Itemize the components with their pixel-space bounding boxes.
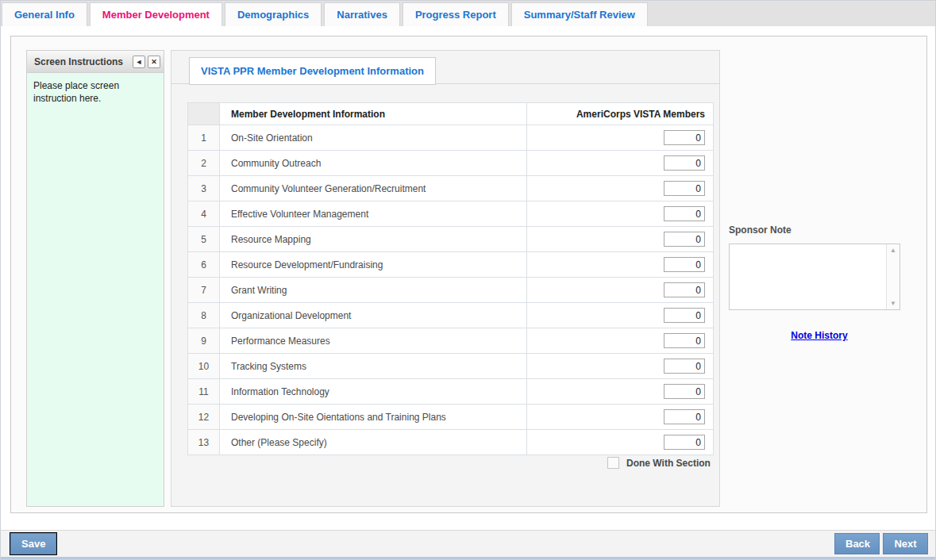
member-count-input[interactable]	[664, 282, 705, 297]
row-label: Other (Please Specify)	[220, 430, 527, 455]
panel-title: VISTA PPR Member Development Information	[189, 57, 436, 85]
tab-summary-staff-review[interactable]: Summary/Staff Review	[511, 2, 648, 26]
row-label: On-Site Orientation	[220, 125, 527, 151]
table-row: 10 Tracking Systems	[188, 354, 714, 379]
next-button[interactable]: Next	[883, 533, 928, 554]
done-with-section-checkbox[interactable]	[607, 457, 619, 469]
table-row: 4 Effective Volunteer Management	[188, 201, 714, 227]
table-header-row: Member Development Information AmeriCorp…	[188, 103, 714, 125]
sponsor-note-label: Sponsor Note	[729, 224, 910, 236]
row-value-cell	[527, 379, 714, 405]
row-number: 4	[188, 201, 220, 227]
member-count-input[interactable]	[664, 232, 705, 247]
application-window: General Info Member Development Demograp…	[0, 0, 936, 560]
row-value-cell	[527, 176, 714, 201]
member-count-input[interactable]	[664, 206, 705, 221]
row-number: 10	[188, 354, 220, 379]
sponsor-note-section: Sponsor Note ▲ ▼ Note History	[729, 219, 910, 341]
row-label: Community Volunteer Generation/Recruitme…	[220, 176, 527, 201]
member-count-input[interactable]	[664, 308, 705, 323]
content-panel: Screen Instructions ◄ ✕ Please place scr…	[10, 36, 927, 513]
table-row: 6 Resource Development/Fundraising	[188, 252, 714, 278]
member-count-input[interactable]	[664, 130, 705, 145]
screen-instructions-panel: Screen Instructions ◄ ✕ Please place scr…	[26, 50, 164, 507]
sponsor-note-textarea[interactable]	[730, 244, 886, 309]
tab-general-info[interactable]: General Info	[2, 2, 87, 26]
screen-instructions-title: Screen Instructions	[34, 56, 130, 67]
member-count-input[interactable]	[664, 359, 705, 374]
note-history-link[interactable]: Note History	[729, 330, 910, 341]
row-label: Community Outreach	[220, 151, 527, 176]
member-count-input[interactable]	[664, 409, 705, 424]
header-index	[188, 103, 220, 125]
textarea-scrollbar[interactable]: ▲ ▼	[886, 244, 899, 309]
row-number: 12	[188, 405, 220, 430]
row-value-cell	[527, 278, 714, 303]
tab-narratives[interactable]: Narratives	[324, 2, 400, 26]
footer-bar: Save Back Next	[1, 531, 935, 558]
member-development-table: Member Development Information AmeriCorp…	[187, 102, 714, 455]
scroll-up-icon[interactable]: ▲	[890, 247, 896, 254]
done-with-section-label: Done With Section	[626, 458, 711, 469]
member-development-panel: VISTA PPR Member Development Information…	[171, 50, 720, 507]
row-number: 7	[188, 278, 220, 303]
done-with-section-row: Done With Section	[607, 457, 711, 469]
row-number: 6	[188, 252, 220, 278]
table-row: 7 Grant Writing	[188, 278, 714, 303]
member-count-input[interactable]	[664, 257, 705, 272]
row-label: Performance Measures	[220, 328, 527, 354]
tab-demographics[interactable]: Demographics	[225, 2, 322, 26]
row-label: Organizational Development	[220, 303, 527, 328]
member-count-input[interactable]	[664, 155, 705, 171]
row-label: Grant Writing	[220, 278, 527, 303]
screen-instructions-text: Please place screen instruction here.	[27, 73, 164, 112]
row-number: 5	[188, 227, 220, 252]
table-row: 8 Organizational Development	[188, 303, 714, 328]
row-number: 8	[188, 303, 220, 328]
row-value-cell	[527, 405, 714, 430]
row-number: 13	[188, 430, 220, 455]
row-label: Effective Volunteer Management	[220, 201, 527, 227]
table-row: 9 Performance Measures	[188, 328, 714, 354]
member-count-input[interactable]	[664, 384, 705, 399]
row-value-cell	[527, 252, 714, 278]
table-row: 5 Resource Mapping	[188, 227, 714, 252]
screen-instructions-header: Screen Instructions ◄ ✕	[27, 51, 164, 73]
table-body: 1 On-Site Orientation 2 Community Outrea…	[188, 125, 714, 455]
member-count-input[interactable]	[664, 333, 705, 348]
collapse-arrow-icon[interactable]: ◄	[133, 56, 145, 68]
tab-bar: General Info Member Development Demograp…	[1, 1, 935, 26]
close-icon[interactable]: ✕	[148, 56, 160, 68]
row-label: Developing On-Site Oientations and Train…	[220, 405, 527, 430]
back-button[interactable]: Back	[834, 533, 880, 554]
save-button[interactable]: Save	[10, 533, 56, 554]
row-value-cell	[527, 303, 714, 328]
row-number: 11	[188, 379, 220, 405]
row-value-cell	[527, 151, 714, 176]
row-value-cell	[527, 227, 714, 252]
tab-member-development[interactable]: Member Development	[90, 2, 222, 26]
row-number: 3	[188, 176, 220, 201]
header-label: Member Development Information	[220, 103, 527, 125]
table-row: 13 Other (Please Specify)	[188, 430, 714, 455]
row-value-cell	[527, 125, 714, 151]
member-count-input[interactable]	[664, 435, 705, 450]
window-bottom-edge	[1, 557, 935, 559]
row-value-cell	[527, 430, 714, 455]
member-count-input[interactable]	[664, 181, 705, 196]
table-row: 2 Community Outreach	[188, 151, 714, 176]
scroll-down-icon[interactable]: ▼	[890, 300, 896, 307]
row-value-cell	[527, 328, 714, 354]
table-row: 11 Information Technology	[188, 379, 714, 405]
sponsor-note-field: ▲ ▼	[729, 244, 900, 310]
row-value-cell	[527, 201, 714, 227]
row-label: Information Technology	[220, 379, 527, 405]
row-label: Tracking Systems	[220, 354, 527, 379]
row-label: Resource Mapping	[220, 227, 527, 252]
tab-progress-report[interactable]: Progress Report	[403, 2, 509, 26]
row-number: 1	[188, 125, 220, 151]
table-row: 1 On-Site Orientation	[188, 125, 714, 151]
row-number: 2	[188, 151, 220, 176]
row-value-cell	[527, 354, 714, 379]
table-row: 12 Developing On-Site Oientations and Tr…	[188, 405, 714, 430]
